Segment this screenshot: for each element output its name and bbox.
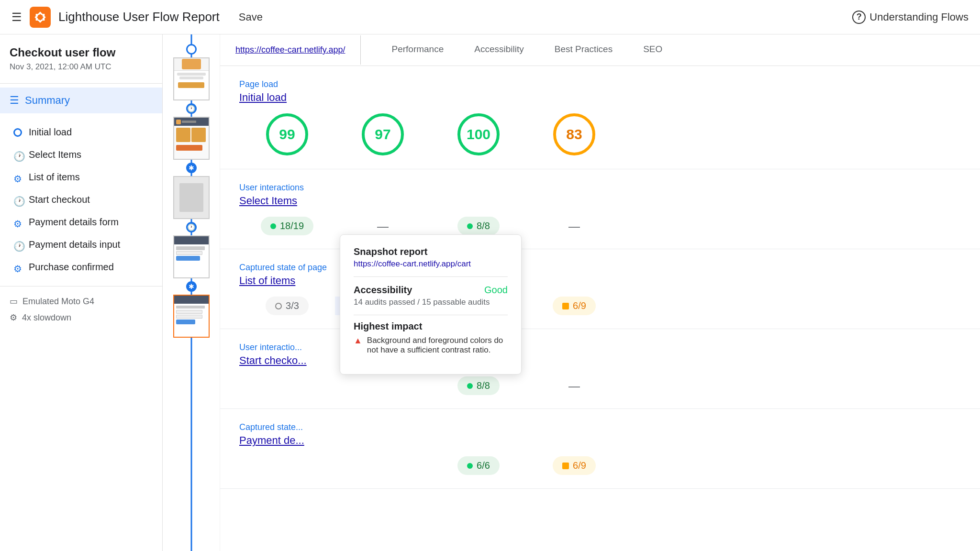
score-best-practices: 6/6 bbox=[431, 456, 526, 475]
slowdown-icon: ⚙ bbox=[10, 312, 17, 323]
tooltip-divider bbox=[354, 315, 508, 315]
dash: — bbox=[368, 220, 398, 233]
flow-title: Checkout user flow bbox=[10, 46, 153, 59]
device-icon: ▭ bbox=[10, 296, 18, 307]
section-type: Page load bbox=[239, 79, 961, 89]
green-dot bbox=[467, 463, 473, 469]
section-initial-load: Page load Initial load 99 97 100 83 bbox=[220, 66, 980, 169]
warning-icon: ▲ bbox=[354, 336, 362, 346]
section-name[interactable]: Initial load bbox=[239, 91, 961, 104]
score-seo: — bbox=[526, 220, 622, 233]
timeline-item-2: 🕐 bbox=[163, 103, 220, 163]
sidebar-item-summary[interactable]: ☰ Summary bbox=[0, 88, 162, 113]
list-icon: ☰ bbox=[10, 94, 19, 107]
help-link[interactable]: ? Understanding Flows bbox=[852, 11, 969, 24]
badge-value: 18/19 bbox=[280, 220, 304, 231]
sidebar-item-select-items[interactable]: 🕐 Select Items bbox=[0, 143, 162, 166]
badge-3-3: 3/3 bbox=[266, 297, 309, 315]
section-name[interactable]: Select Items bbox=[239, 195, 961, 207]
tooltip-url[interactable]: https://coffee-cart.netlify.app/cart bbox=[354, 259, 508, 277]
tab-best-practices[interactable]: Best Practices bbox=[539, 34, 628, 66]
question-icon: ? bbox=[852, 11, 866, 24]
tooltip-accessibility: Accessibility Good 14 audits passed / 15… bbox=[354, 285, 508, 307]
tooltip: Snapshot report https://coffee-cart.netl… bbox=[340, 234, 522, 375]
nav-label: Start checkout bbox=[29, 194, 90, 205]
section-start-checkout: User interactio... Start checko... 8/8 — bbox=[220, 329, 980, 409]
nav-label: Select Items bbox=[29, 149, 81, 160]
tooltip-title: Snapshot report bbox=[354, 246, 508, 257]
sidebar-item-list-of-items[interactable]: ⚙ List of items bbox=[0, 166, 162, 188]
sidebar-item-payment-details-form[interactable]: ⚙ Payment details form bbox=[0, 211, 162, 233]
menu-icon[interactable]: ☰ bbox=[11, 11, 22, 24]
score-performance: 3/3 bbox=[239, 297, 335, 315]
timeline-item-3: ✱ bbox=[163, 163, 220, 222]
score-seo: — bbox=[526, 379, 622, 393]
tooltip-impact-text: Background and foreground colors do not … bbox=[367, 336, 508, 355]
thumb-select-items[interactable] bbox=[173, 117, 210, 160]
app-title: Lighthouse User Flow Report bbox=[58, 10, 220, 24]
scores-row: 6/6 6/9 bbox=[239, 456, 961, 475]
badge-value: 8/8 bbox=[477, 380, 490, 391]
thumb-payment-form[interactable] bbox=[173, 295, 210, 338]
help-label: Understanding Flows bbox=[869, 11, 969, 23]
summary-label: Summary bbox=[25, 94, 70, 107]
score-performance: 18/19 bbox=[239, 217, 335, 235]
score-best-practices: 100 bbox=[431, 113, 526, 155]
green-dot bbox=[467, 383, 473, 389]
node-list-items: ✱ bbox=[186, 163, 197, 173]
timeline-item-5: ✱ bbox=[163, 281, 220, 341]
thumb-initial-load[interactable] bbox=[173, 57, 210, 100]
section-type: Captured state... bbox=[239, 422, 961, 432]
nav-label: Payment details form bbox=[29, 217, 119, 228]
node-initial-load bbox=[186, 44, 197, 55]
green-dot bbox=[270, 223, 276, 229]
logo-icon bbox=[30, 7, 51, 28]
sidebar-item-payment-details-input[interactable]: 🕐 Payment details input bbox=[0, 233, 162, 256]
sidebar-item-start-checkout[interactable]: 🕐 Start checkout bbox=[0, 188, 162, 211]
timeline-item-4: 🕐 bbox=[163, 222, 220, 281]
section-name[interactable]: Payment de... bbox=[239, 434, 961, 447]
thumb-list-items[interactable] bbox=[173, 176, 210, 219]
node-payment-form: ✱ bbox=[186, 281, 197, 292]
camera-node: ⚙ bbox=[13, 218, 22, 227]
slowdown-label: 4x slowdown bbox=[22, 313, 71, 323]
sidebar-nav: Initial load 🕐 Select Items ⚙ List of it… bbox=[0, 117, 162, 282]
thumb-start-checkout[interactable] bbox=[173, 235, 210, 278]
badge-6-9-orange-2: 6/9 bbox=[553, 456, 596, 475]
sidebar-item-purchase-confirmed[interactable]: ⚙ Purchase confirmed bbox=[0, 256, 162, 278]
section-payment-details: Captured state... Payment de... 6/6 6/9 bbox=[220, 409, 980, 489]
score-circle-97: 97 bbox=[362, 113, 404, 155]
sidebar-item-initial-load[interactable]: Initial load bbox=[0, 121, 162, 143]
sidebar-footer: ▭ Emulated Moto G4 ⚙ 4x slowdown bbox=[0, 286, 162, 323]
device-info: ▭ Emulated Moto G4 bbox=[10, 296, 153, 307]
score-seo: 6/9 bbox=[526, 297, 622, 315]
section-list-of-items: Captured state of page List of items 3/3… bbox=[220, 249, 980, 329]
dash: — bbox=[559, 379, 590, 393]
timeline-item-1 bbox=[163, 44, 220, 103]
device-label: Emulated Moto G4 bbox=[22, 297, 94, 307]
slowdown-info: ⚙ 4x slowdown bbox=[10, 312, 153, 323]
circle-node bbox=[13, 128, 22, 137]
badge-18-19: 18/19 bbox=[261, 217, 313, 235]
tab-url[interactable]: https://coffee-cart.netlify.app/ bbox=[235, 35, 361, 65]
camera-node: ⚙ bbox=[13, 173, 22, 182]
score-best-practices: 8/8 bbox=[431, 376, 526, 395]
tooltip-impact-item: ▲ Background and foreground colors do no… bbox=[354, 336, 508, 355]
gray-circle bbox=[275, 303, 282, 309]
sidebar: Checkout user flow Nov 3, 2021, 12:00 AM… bbox=[0, 34, 163, 551]
tab-seo[interactable]: SEO bbox=[628, 34, 678, 66]
section-header: User interactions Select Items bbox=[239, 183, 961, 207]
score-circle-83: 83 bbox=[553, 113, 595, 155]
score-circle-99: 99 bbox=[266, 113, 308, 155]
badge-8-8-2: 8/8 bbox=[457, 376, 500, 395]
nav-label: Payment details input bbox=[29, 239, 120, 250]
score-circle-100: 100 bbox=[457, 113, 500, 155]
section-header: Captured state... Payment de... bbox=[239, 422, 961, 447]
tab-performance[interactable]: Performance bbox=[376, 34, 459, 66]
badge-value: 6/9 bbox=[573, 300, 586, 311]
tab-accessibility[interactable]: Accessibility bbox=[459, 34, 539, 66]
badge-value: 6/9 bbox=[573, 460, 586, 471]
tooltip-highest-impact: Highest impact ▲ Background and foregrou… bbox=[354, 321, 508, 355]
content-area: https://coffee-cart.netlify.app/ Perform… bbox=[220, 34, 980, 551]
save-button[interactable]: Save bbox=[239, 11, 263, 23]
